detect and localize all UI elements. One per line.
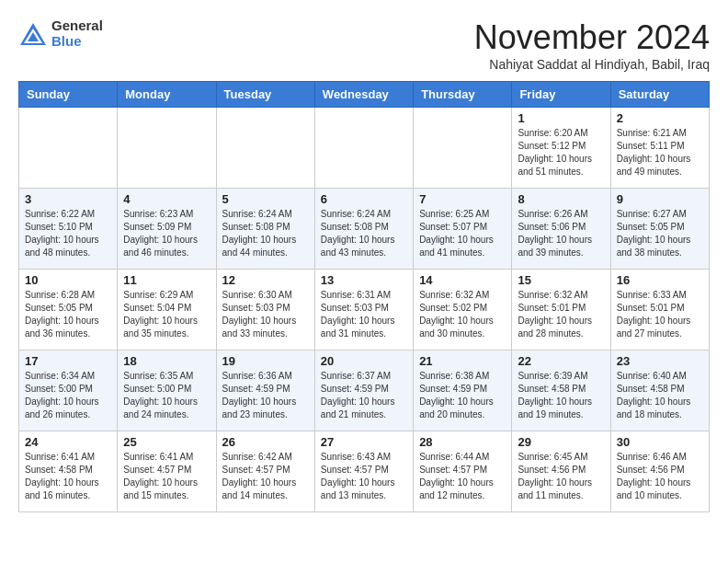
week-row-1: 1Sunrise: 6:20 AM Sunset: 5:12 PM Daylig… [19,108,710,189]
day-number: 25 [123,435,210,449]
day-number: 10 [25,273,111,287]
day-number: 17 [25,354,111,368]
day-info: Sunrise: 6:28 AM Sunset: 5:05 PM Dayligh… [25,289,111,340]
day-number: 11 [123,273,210,287]
day-number: 3 [25,192,111,206]
day-info: Sunrise: 6:46 AM Sunset: 4:56 PM Dayligh… [617,451,703,502]
day-number: 7 [419,192,506,206]
day-info: Sunrise: 6:25 AM Sunset: 5:07 PM Dayligh… [419,208,506,259]
day-number: 20 [321,354,407,368]
calendar-cell: 15Sunrise: 6:32 AM Sunset: 5:01 PM Dayli… [512,270,610,350]
calendar-cell: 7Sunrise: 6:25 AM Sunset: 5:07 PM Daylig… [414,189,512,270]
day-info: Sunrise: 6:39 AM Sunset: 4:58 PM Dayligh… [518,370,604,421]
day-info: Sunrise: 6:31 AM Sunset: 5:03 PM Dayligh… [321,289,407,340]
day-number: 18 [123,354,210,368]
day-number: 26 [222,435,309,449]
column-header-tuesday: Tuesday [216,82,314,108]
day-info: Sunrise: 6:33 AM Sunset: 5:01 PM Dayligh… [617,289,703,340]
day-info: Sunrise: 6:29 AM Sunset: 5:04 PM Dayligh… [123,289,210,340]
day-info: Sunrise: 6:42 AM Sunset: 4:57 PM Dayligh… [222,451,309,502]
calendar-cell: 21Sunrise: 6:38 AM Sunset: 4:59 PM Dayli… [414,350,512,431]
calendar-cell: 26Sunrise: 6:42 AM Sunset: 4:57 PM Dayli… [216,431,314,512]
calendar-cell: 3Sunrise: 6:22 AM Sunset: 5:10 PM Daylig… [19,189,118,270]
week-row-2: 3Sunrise: 6:22 AM Sunset: 5:10 PM Daylig… [19,189,710,270]
calendar-cell: 22Sunrise: 6:39 AM Sunset: 4:58 PM Dayli… [512,350,610,431]
week-row-5: 24Sunrise: 6:41 AM Sunset: 4:58 PM Dayli… [19,431,710,512]
calendar-cell: 19Sunrise: 6:36 AM Sunset: 4:59 PM Dayli… [216,350,314,431]
day-info: Sunrise: 6:44 AM Sunset: 4:57 PM Dayligh… [419,451,506,502]
day-info: Sunrise: 6:40 AM Sunset: 4:58 PM Dayligh… [617,370,703,421]
day-number: 29 [518,435,604,449]
title-block: November 2024 Nahiyat Saddat al Hindiyah… [474,18,710,72]
month-title: November 2024 [474,18,710,57]
calendar-cell: 16Sunrise: 6:33 AM Sunset: 5:01 PM Dayli… [610,270,709,350]
calendar-cell: 4Sunrise: 6:23 AM Sunset: 5:09 PM Daylig… [118,189,216,270]
day-info: Sunrise: 6:36 AM Sunset: 4:59 PM Dayligh… [222,370,309,421]
calendar-cell: 2Sunrise: 6:21 AM Sunset: 5:11 PM Daylig… [610,108,709,189]
day-number: 2 [617,111,703,125]
day-number: 8 [518,192,604,206]
day-number: 24 [25,435,111,449]
day-info: Sunrise: 6:37 AM Sunset: 4:59 PM Dayligh… [321,370,407,421]
logo: General Blue [18,18,103,49]
calendar-cell: 25Sunrise: 6:41 AM Sunset: 4:57 PM Dayli… [118,431,216,512]
day-number: 27 [321,435,407,449]
calendar-cell: 12Sunrise: 6:30 AM Sunset: 5:03 PM Dayli… [216,270,314,350]
calendar-cell: 11Sunrise: 6:29 AM Sunset: 5:04 PM Dayli… [118,270,216,350]
calendar-cell: 17Sunrise: 6:34 AM Sunset: 5:00 PM Dayli… [19,350,118,431]
day-info: Sunrise: 6:32 AM Sunset: 5:01 PM Dayligh… [518,289,604,340]
calendar-cell: 23Sunrise: 6:40 AM Sunset: 4:58 PM Dayli… [610,350,709,431]
day-number: 14 [419,273,506,287]
day-info: Sunrise: 6:43 AM Sunset: 4:57 PM Dayligh… [321,451,407,502]
calendar-cell [19,108,118,189]
day-number: 30 [617,435,703,449]
calendar-cell: 1Sunrise: 6:20 AM Sunset: 5:12 PM Daylig… [512,108,610,189]
day-number: 13 [321,273,407,287]
calendar-cell: 24Sunrise: 6:41 AM Sunset: 4:58 PM Dayli… [19,431,118,512]
day-info: Sunrise: 6:41 AM Sunset: 4:57 PM Dayligh… [123,451,210,502]
day-info: Sunrise: 6:34 AM Sunset: 5:00 PM Dayligh… [25,370,111,421]
location: Nahiyat Saddat al Hindiyah, Babil, Iraq [474,57,710,72]
day-number: 28 [419,435,506,449]
day-info: Sunrise: 6:32 AM Sunset: 5:02 PM Dayligh… [419,289,506,340]
day-number: 16 [617,273,703,287]
day-info: Sunrise: 6:26 AM Sunset: 5:06 PM Dayligh… [518,208,604,259]
calendar-cell: 13Sunrise: 6:31 AM Sunset: 5:03 PM Dayli… [314,270,413,350]
day-info: Sunrise: 6:21 AM Sunset: 5:11 PM Dayligh… [617,127,703,178]
calendar-cell: 28Sunrise: 6:44 AM Sunset: 4:57 PM Dayli… [414,431,512,512]
day-number: 1 [518,111,604,125]
day-info: Sunrise: 6:41 AM Sunset: 4:58 PM Dayligh… [25,451,111,502]
logo-text: General Blue [51,18,103,49]
day-number: 19 [222,354,309,368]
day-info: Sunrise: 6:20 AM Sunset: 5:12 PM Dayligh… [518,127,604,178]
column-header-friday: Friday [512,82,610,108]
calendar-cell [216,108,314,189]
week-row-3: 10Sunrise: 6:28 AM Sunset: 5:05 PM Dayli… [19,270,710,350]
logo-blue: Blue [51,34,103,50]
calendar-cell: 6Sunrise: 6:24 AM Sunset: 5:08 PM Daylig… [314,189,413,270]
day-number: 22 [518,354,604,368]
week-row-4: 17Sunrise: 6:34 AM Sunset: 5:00 PM Dayli… [19,350,710,431]
column-header-thursday: Thursday [414,82,512,108]
day-info: Sunrise: 6:22 AM Sunset: 5:10 PM Dayligh… [25,208,111,259]
day-number: 9 [617,192,703,206]
calendar-cell: 9Sunrise: 6:27 AM Sunset: 5:05 PM Daylig… [610,189,709,270]
calendar-cell: 5Sunrise: 6:24 AM Sunset: 5:08 PM Daylig… [216,189,314,270]
day-number: 12 [222,273,309,287]
column-header-monday: Monday [118,82,216,108]
calendar-cell: 27Sunrise: 6:43 AM Sunset: 4:57 PM Dayli… [314,431,413,512]
day-number: 23 [617,354,703,368]
calendar-cell: 29Sunrise: 6:45 AM Sunset: 4:56 PM Dayli… [512,431,610,512]
header-row: SundayMondayTuesdayWednesdayThursdayFrid… [19,82,710,108]
calendar-cell: 8Sunrise: 6:26 AM Sunset: 5:06 PM Daylig… [512,189,610,270]
calendar-cell: 30Sunrise: 6:46 AM Sunset: 4:56 PM Dayli… [610,431,709,512]
calendar-table: SundayMondayTuesdayWednesdayThursdayFrid… [18,81,710,512]
page-header: General Blue November 2024 Nahiyat Sadda… [18,18,710,72]
day-number: 4 [123,192,210,206]
logo-general: General [51,18,103,34]
calendar-cell: 18Sunrise: 6:35 AM Sunset: 5:00 PM Dayli… [118,350,216,431]
column-header-saturday: Saturday [610,82,709,108]
day-info: Sunrise: 6:45 AM Sunset: 4:56 PM Dayligh… [518,451,604,502]
day-info: Sunrise: 6:27 AM Sunset: 5:05 PM Dayligh… [617,208,703,259]
day-info: Sunrise: 6:38 AM Sunset: 4:59 PM Dayligh… [419,370,506,421]
